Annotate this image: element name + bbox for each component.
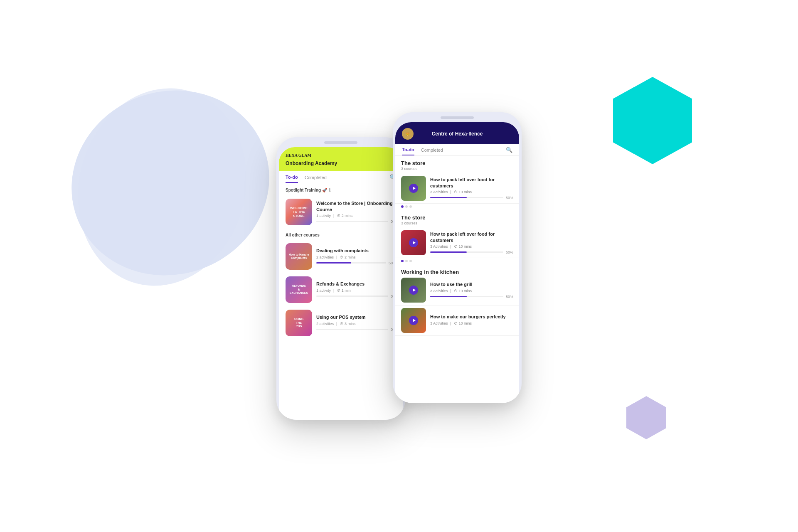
store-section-1-sub: 3 courses — [395, 166, 519, 173]
progress-pos: 0% — [316, 328, 396, 332]
course-card-pack-food-2[interactable]: How to pack left over food for customers… — [395, 228, 519, 258]
course-meta-complaints: 2 activities | ⏱ 2 mins — [316, 255, 396, 259]
course-meta-welcome: 1 activity | ⏱ 2 mins — [316, 214, 396, 218]
course-info-welcome: Welcome to the Store | Onboarding Course… — [316, 200, 396, 224]
progress-pack-food-2: 50% — [430, 250, 513, 254]
course-card-grill[interactable]: How to use the grill 3 Activities | ⏱ 10… — [395, 275, 519, 305]
tab-completed-right[interactable]: Completed — [421, 144, 443, 155]
tab-todo-right[interactable]: To-do — [402, 144, 414, 155]
course-title-complaints: Dealing with complaints — [316, 248, 396, 254]
left-tabs: To-do Completed 🔍 — [279, 171, 403, 183]
phones-container: HEXA GLAM Onboarding Academy To-do Compl… — [276, 112, 522, 420]
progress-refunds: 0% — [316, 294, 396, 298]
thumb-pack-food-2 — [401, 230, 426, 255]
course-thumb-pos: USINGTHEPOS — [286, 310, 312, 336]
right-phone-content: The store 3 courses How to pack left ove… — [395, 156, 519, 399]
dots-2 — [395, 258, 519, 265]
progress-welcome: 0% — [316, 219, 396, 224]
course-title-pack-food-2: How to pack left over food for customers — [430, 231, 513, 243]
course-info-pack-food-1: How to pack left over food for customers… — [430, 177, 513, 200]
course-info-refunds: Refunds & Exchanges 1 activity | ⏱ 1 min… — [316, 281, 396, 298]
spotlight-label: Spotlight Training 🚀 ℹ — [279, 183, 403, 195]
svg-text:🍔: 🍔 — [406, 132, 410, 136]
kitchen-section-title: Working in the kitchen — [395, 265, 519, 275]
course-title-burgers: How to make our burgers perfectly — [430, 314, 513, 320]
left-phone-notch — [324, 141, 357, 144]
course-meta-refunds: 1 activity | ⏱ 1 min — [316, 288, 396, 293]
svg-point-1 — [62, 75, 268, 291]
dot-inactive-4 — [409, 260, 412, 262]
play-btn-2[interactable] — [409, 238, 418, 247]
course-title-pos: Using our POS system — [316, 314, 396, 320]
left-phone-screen: HEXA GLAM Onboarding Academy To-do Compl… — [279, 147, 403, 420]
course-info-burgers: How to make our burgers perfectly 3 Acti… — [430, 314, 513, 327]
course-info-pos: Using our POS system 2 activities | ⏱ 3 … — [316, 314, 396, 331]
course-meta-pack-food-2: 3 Activities | ⏱ 10 mins — [430, 244, 513, 249]
left-phone-content: Spotlight Training 🚀 ℹ WELCOMETO THESTOR… — [279, 183, 403, 418]
right-logo: 🍔 — [402, 128, 414, 140]
course-title-welcome: Welcome to the Store | Onboarding Course — [316, 200, 396, 212]
thumb-burgers — [401, 308, 426, 333]
course-meta-pack-food-1: 3 Activities | ⏱ 10 mins — [430, 190, 513, 194]
course-meta-burgers: 3 Activities | ⏱ 10 mins — [430, 321, 513, 325]
bg-shape-right-teal — [607, 75, 698, 166]
tab-completed-left[interactable]: Completed — [305, 172, 327, 182]
search-icon-right[interactable]: 🔍 — [506, 147, 512, 153]
course-card-welcome[interactable]: WELCOMETO THESTORE Welcome to the Store … — [279, 195, 403, 229]
dot-inactive-3 — [405, 260, 408, 262]
all-other-courses-label: All other courses — [279, 229, 403, 240]
course-meta-pos: 2 activities | ⏱ 3 mins — [316, 322, 396, 326]
svg-marker-3 — [626, 396, 666, 439]
progress-grill: 50% — [430, 295, 513, 299]
course-thumb-refunds: REFUNDS&EXCHANGES — [286, 276, 312, 303]
course-card-pack-food-1[interactable]: How to pack left over food for customers… — [395, 173, 519, 204]
store-section-1-title: The store — [395, 156, 519, 166]
course-card-burgers[interactable]: How to make our burgers perfectly 3 Acti… — [395, 305, 519, 336]
dot-inactive-2 — [409, 205, 412, 208]
course-card-refunds[interactable]: REFUNDS&EXCHANGES Refunds & Exchanges 1 … — [279, 273, 403, 306]
progress-complaints: 50% — [316, 261, 396, 265]
thumb-pack-food-1 — [401, 176, 426, 201]
left-header: HEXA GLAM Onboarding Academy — [279, 147, 403, 171]
left-academy-title: Onboarding Academy — [286, 160, 396, 166]
right-phone-screen: 🍔 Centre of Hexa-llence To-do Completed … — [395, 122, 519, 403]
right-tabs: To-do Completed 🔍 — [395, 144, 519, 156]
bg-shape-left — [62, 75, 278, 291]
course-info-grill: How to use the grill 3 Activities | ⏱ 10… — [430, 281, 513, 298]
right-phone-notch — [441, 116, 474, 119]
right-header-title: Centre of Hexa-llence — [414, 131, 501, 137]
play-btn-4[interactable] — [409, 316, 418, 325]
course-thumb-complaints: How to HandleComplaints — [286, 243, 312, 270]
dot-inactive-1 — [405, 205, 408, 208]
right-header: 🍔 Centre of Hexa-llence — [395, 122, 519, 144]
progress-pack-food-1: 50% — [430, 196, 513, 200]
course-meta-grill: 3 Activities | ⏱ 10 mins — [430, 289, 513, 293]
left-phone: HEXA GLAM Onboarding Academy To-do Compl… — [276, 137, 405, 420]
course-title-refunds: Refunds & Exchanges — [316, 281, 396, 287]
right-phone: 🍔 Centre of Hexa-llence To-do Completed … — [393, 112, 522, 403]
tab-todo-left[interactable]: To-do — [286, 171, 298, 183]
left-logo: HEXA GLAM — [286, 153, 396, 158]
course-card-complaints[interactable]: How to HandleComplaints Dealing with com… — [279, 240, 403, 273]
course-title-pack-food-1: How to pack left over food for customers — [430, 177, 513, 189]
store-section-2-sub: 3 courses — [395, 221, 519, 228]
store-section-2-title: The store — [395, 210, 519, 221]
play-btn-1[interactable] — [409, 184, 418, 193]
course-card-pos[interactable]: USINGTHEPOS Using our POS system 2 activ… — [279, 306, 403, 340]
dot-active-2 — [401, 260, 404, 262]
thumb-grill — [401, 278, 426, 303]
dots-1 — [395, 204, 519, 210]
course-thumb-welcome: WELCOMETO THESTORE — [286, 199, 312, 225]
info-icon: ℹ — [329, 187, 330, 193]
play-btn-3[interactable] — [409, 286, 418, 295]
course-title-grill: How to use the grill — [430, 281, 513, 287]
course-info-pack-food-2: How to pack left over food for customers… — [430, 231, 513, 254]
bg-shape-right-purple — [623, 395, 669, 441]
dot-active-1 — [401, 205, 404, 208]
svg-marker-2 — [613, 77, 692, 164]
course-info-complaints: Dealing with complaints 2 activities | ⏱… — [316, 248, 396, 265]
